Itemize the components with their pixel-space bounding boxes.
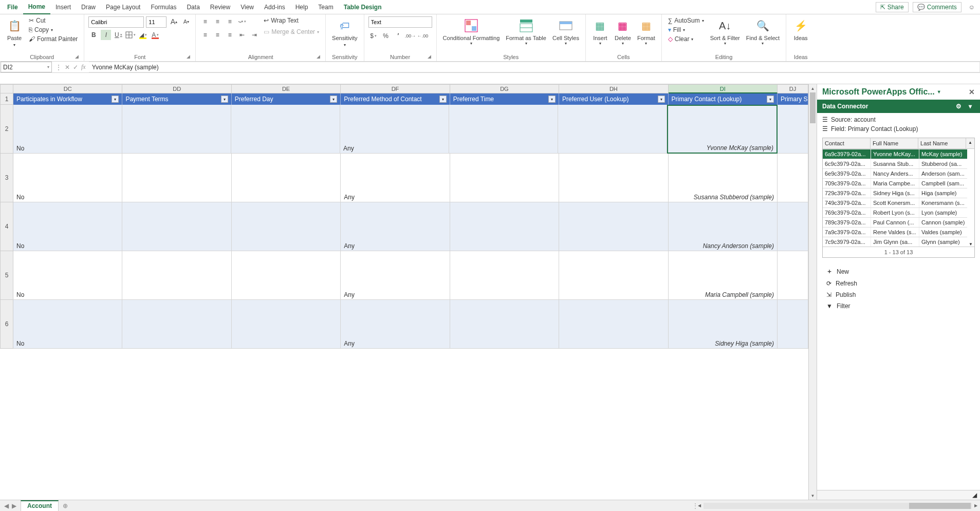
scroll-left-icon[interactable]: ◀ bbox=[695, 503, 704, 508]
filter-dropdown-icon[interactable]: ▾ bbox=[439, 96, 447, 103]
cell[interactable]: No bbox=[13, 300, 122, 349]
name-box[interactable]: DI2▾ bbox=[1, 62, 52, 72]
filter-dropdown-icon[interactable]: ▾ bbox=[221, 96, 228, 103]
tab-home[interactable]: Home bbox=[23, 0, 50, 14]
font-name-combo[interactable] bbox=[88, 16, 144, 28]
select-all-corner[interactable] bbox=[0, 84, 13, 93]
tab-formulas[interactable]: Formulas bbox=[145, 1, 181, 14]
insert-cells-button[interactable]: ▦Insert▾ bbox=[590, 16, 611, 47]
cell[interactable] bbox=[122, 202, 231, 251]
align-right-button[interactable]: ≡ bbox=[225, 30, 235, 40]
cell[interactable] bbox=[778, 105, 808, 154]
table-header-cell[interactable]: Preferred User (Lookup)▾ bbox=[559, 93, 668, 105]
cell[interactable]: Any bbox=[341, 300, 450, 349]
lookup-col-lastname[interactable]: Last Name bbox=[918, 138, 966, 149]
cell[interactable] bbox=[778, 300, 808, 349]
next-sheet-icon[interactable]: ▶ bbox=[12, 502, 16, 509]
find-select-button[interactable]: 🔍Find & Select▾ bbox=[744, 16, 782, 47]
lookup-row[interactable]: 6e9c3979-02a...Nancy Anders...Anderson (… bbox=[823, 168, 967, 178]
table-header-cell[interactable]: Payment Terms▾ bbox=[122, 93, 231, 105]
lookup-row[interactable]: 789c3979-02a...Paul Cannon (...Cannon (s… bbox=[823, 217, 967, 227]
cell[interactable]: Yvonne McKay (sample) bbox=[667, 105, 778, 154]
col-header[interactable]: DG bbox=[450, 84, 559, 93]
cell[interactable]: Any bbox=[341, 202, 450, 251]
increase-indent-button[interactable]: ⇥ bbox=[249, 30, 260, 40]
more-dropdown-icon[interactable]: ▾ bbox=[966, 103, 975, 110]
tab-table-design[interactable]: Table Design bbox=[339, 1, 387, 14]
cell[interactable] bbox=[232, 300, 341, 349]
lookup-row[interactable]: 769c3979-02a...Robert Lyon (s...Lyon (sa… bbox=[823, 207, 967, 217]
cell[interactable] bbox=[559, 154, 668, 202]
lookup-row[interactable]: 729c3979-02a...Sidney Higa (s...Higa (sa… bbox=[823, 188, 967, 198]
row-header[interactable]: 4 bbox=[0, 202, 13, 251]
tab-draw[interactable]: Draw bbox=[76, 1, 101, 14]
paste-button[interactable]: 📋 Paste▾ bbox=[4, 16, 25, 48]
table-header-cell[interactable]: Preferred Time▾ bbox=[450, 93, 559, 105]
cell[interactable]: Any bbox=[341, 251, 450, 300]
cell[interactable] bbox=[559, 251, 668, 300]
sort-filter-button[interactable]: A↓Sort & Filter▾ bbox=[708, 16, 742, 47]
cell[interactable] bbox=[778, 154, 808, 202]
row-header[interactable]: 6 bbox=[0, 300, 13, 349]
col-header[interactable]: DE bbox=[232, 84, 341, 93]
cell[interactable] bbox=[232, 154, 341, 202]
col-header[interactable]: DD bbox=[122, 84, 231, 93]
enter-icon[interactable]: ✓ bbox=[73, 64, 78, 71]
publish-button[interactable]: ⇲Publish bbox=[826, 289, 971, 300]
cell[interactable] bbox=[122, 300, 231, 349]
row-header[interactable]: 5 bbox=[0, 251, 13, 300]
add-sheet-icon[interactable]: ⊕ bbox=[59, 500, 72, 511]
scroll-right-icon[interactable]: ▶ bbox=[972, 503, 980, 508]
lookup-row[interactable]: 7c9c3979-02a...Jim Glynn (sa...Glynn (sa… bbox=[823, 237, 967, 247]
cell[interactable]: No bbox=[13, 105, 122, 154]
fill-button[interactable]: ▾Fill ▾ bbox=[666, 26, 706, 34]
align-top-button[interactable]: ≡ bbox=[200, 16, 210, 27]
increase-font-button[interactable]: A▴ bbox=[169, 16, 179, 27]
scroll-down-icon[interactable]: ▼ bbox=[969, 242, 973, 247]
tab-addins[interactable]: Add-ins bbox=[259, 1, 290, 14]
format-painter-button[interactable]: 🖌Format Painter bbox=[27, 35, 80, 43]
sheet-tab[interactable]: Account bbox=[21, 500, 59, 511]
format-cells-button[interactable]: ▦Format▾ bbox=[635, 16, 657, 47]
filter-dropdown-icon[interactable]: ▾ bbox=[658, 96, 665, 103]
lookup-row[interactable]: 709c3979-02a...Maria Campbe...Campbell (… bbox=[823, 178, 967, 188]
prev-sheet-icon[interactable]: ◀ bbox=[4, 502, 9, 509]
col-header[interactable]: DF bbox=[341, 84, 450, 93]
filter-button[interactable]: ▼Filter bbox=[826, 300, 971, 312]
table-header-cell[interactable]: Primary Contact (Lookup)▾ bbox=[669, 93, 778, 105]
table-header-cell[interactable]: Participates in Workflow▾ bbox=[13, 93, 122, 105]
col-header[interactable]: DH bbox=[559, 84, 668, 93]
cell[interactable] bbox=[122, 154, 231, 202]
sensitivity-button[interactable]: 🏷 Sensitivity▾ bbox=[330, 16, 360, 48]
cell[interactable] bbox=[778, 251, 808, 300]
conditional-formatting-button[interactable]: Conditional Formatting▾ bbox=[441, 16, 502, 47]
orientation-button[interactable]: ⤻▾ bbox=[237, 16, 247, 27]
table-header-cell[interactable]: Preferred Day▾ bbox=[232, 93, 341, 105]
lookup-row[interactable]: 6a9c3979-02a...Yvonne McKay...McKay (sam… bbox=[823, 149, 967, 159]
align-middle-button[interactable]: ≡ bbox=[212, 16, 223, 27]
lookup-row[interactable]: 7a9c3979-02a...Rene Valdes (s...Valdes (… bbox=[823, 227, 967, 237]
share-button[interactable]: ⇱Share bbox=[876, 2, 909, 12]
align-center-button[interactable]: ≡ bbox=[212, 30, 223, 40]
cell-styles-button[interactable]: Cell Styles▾ bbox=[550, 16, 581, 47]
copy-button[interactable]: ⎘Copy ▾ bbox=[27, 26, 80, 34]
filter-dropdown-icon[interactable]: ▾ bbox=[330, 96, 337, 103]
row-header[interactable]: 3 bbox=[0, 154, 13, 202]
dialog-launcher-icon[interactable]: ◢ bbox=[187, 54, 190, 59]
cell[interactable] bbox=[450, 154, 559, 202]
feedback-icon[interactable]: ☺ bbox=[969, 4, 975, 11]
cell[interactable] bbox=[559, 202, 668, 251]
filter-dropdown-icon[interactable]: ▾ bbox=[112, 96, 119, 103]
cell[interactable] bbox=[232, 251, 341, 300]
tab-insert[interactable]: Insert bbox=[50, 1, 76, 14]
underline-button[interactable]: U▾ bbox=[113, 30, 123, 40]
lookup-row[interactable]: 749c3979-02a...Scott Konersm...Konersman… bbox=[823, 198, 967, 207]
cell[interactable] bbox=[232, 202, 341, 251]
tab-team[interactable]: Team bbox=[313, 1, 338, 14]
percent-format-button[interactable]: % bbox=[381, 31, 391, 41]
close-icon[interactable]: ✕ bbox=[969, 88, 975, 96]
cell[interactable] bbox=[778, 202, 808, 251]
autosum-button[interactable]: ∑AutoSum ▾ bbox=[666, 16, 706, 25]
merge-center-button[interactable]: ▭Merge & Center ▾ bbox=[262, 28, 321, 36]
formula-input[interactable]: Yvonne McKay (sample) bbox=[89, 62, 980, 72]
